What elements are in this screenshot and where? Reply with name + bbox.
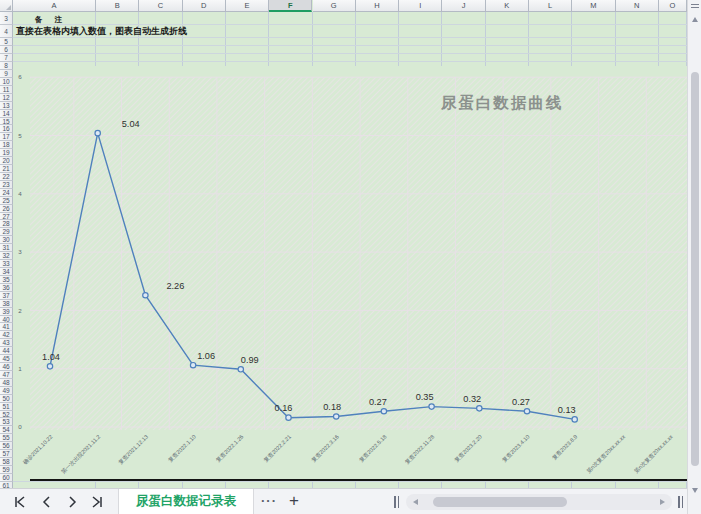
row-header-39[interactable]: 39: [0, 308, 13, 316]
row-header-38[interactable]: 38: [0, 300, 13, 308]
row-header-20[interactable]: 20: [0, 157, 13, 165]
row-header-7[interactable]: 7: [0, 54, 13, 62]
more-sheets-button[interactable]: ···: [256, 489, 282, 514]
row-header-11[interactable]: 11: [0, 86, 13, 94]
row-header-3[interactable]: 3: [0, 12, 13, 25]
data-point[interactable]: [95, 130, 100, 135]
row-header-19[interactable]: 19: [0, 149, 13, 157]
row-header-53[interactable]: 53: [0, 418, 13, 426]
column-header-I[interactable]: I: [399, 0, 442, 12]
row-header-37[interactable]: 37: [0, 292, 13, 300]
row-header-56[interactable]: 56: [0, 442, 13, 450]
row-header-17[interactable]: 17: [0, 133, 13, 141]
row-header-48[interactable]: 48: [0, 379, 13, 387]
scroll-down-icon[interactable]: [692, 488, 698, 493]
column-header-E[interactable]: E: [226, 0, 269, 12]
scroll-left-icon[interactable]: [413, 499, 418, 505]
row-header-32[interactable]: 32: [0, 252, 13, 260]
column-header-O[interactable]: O: [659, 0, 687, 12]
row-header-40[interactable]: 40: [0, 316, 13, 324]
row-header-57[interactable]: 57: [0, 450, 13, 458]
scroll-right-icon[interactable]: [660, 499, 665, 505]
row-header-13[interactable]: 13: [0, 102, 13, 110]
row-header-49[interactable]: 49: [0, 387, 13, 395]
sheet-tab-active[interactable]: 尿蛋白数据记录表: [118, 489, 254, 514]
data-point[interactable]: [334, 414, 339, 419]
vertical-scroll-thumb[interactable]: [691, 72, 699, 466]
row-header-8[interactable]: 8: [0, 62, 13, 70]
data-point[interactable]: [238, 367, 243, 372]
row-header-36[interactable]: 36: [0, 284, 13, 292]
row-header-41[interactable]: 41: [0, 323, 13, 331]
data-point[interactable]: [47, 364, 52, 369]
row-header-16[interactable]: 16: [0, 125, 13, 133]
data-point[interactable]: [143, 293, 148, 298]
column-header-D[interactable]: D: [183, 0, 226, 12]
row-header-26[interactable]: 26: [0, 205, 13, 213]
row-header-28[interactable]: 28: [0, 220, 13, 228]
row-header-29[interactable]: 29: [0, 228, 13, 236]
cell-a4-instruction[interactable]: 直接在表格内填入数值，图表自动生成折线: [16, 25, 187, 38]
data-point[interactable]: [190, 363, 195, 368]
add-sheet-button[interactable]: +: [284, 489, 304, 514]
column-header-A[interactable]: A: [13, 0, 96, 12]
data-point[interactable]: [524, 409, 529, 414]
row-header-55[interactable]: 55: [0, 434, 13, 442]
previous-sheet-icon[interactable]: [40, 495, 54, 509]
row-header-60[interactable]: 60: [0, 474, 13, 482]
last-sheet-icon[interactable]: [90, 495, 104, 509]
row-header-31[interactable]: 31: [0, 244, 13, 252]
row-header-30[interactable]: 30: [0, 236, 13, 244]
row-header-18[interactable]: 18: [0, 141, 13, 149]
row-header-10[interactable]: 10: [0, 78, 13, 86]
row-header-15[interactable]: 15: [0, 118, 13, 126]
row-header-35[interactable]: 35: [0, 276, 13, 284]
horizontal-scroll-thumb[interactable]: [433, 497, 567, 507]
data-point[interactable]: [286, 415, 291, 420]
column-header-C[interactable]: C: [139, 0, 182, 12]
row-header-59[interactable]: 59: [0, 466, 13, 474]
scroll-up-icon[interactable]: [692, 17, 698, 22]
row-header-22[interactable]: 22: [0, 173, 13, 181]
row-header-24[interactable]: 24: [0, 189, 13, 197]
row-header-43[interactable]: 43: [0, 339, 13, 347]
line-chart[interactable]: 0123456尿蛋白数据曲线1.045.042.261.060.990.160.…: [13, 66, 687, 481]
row-header-58[interactable]: 58: [0, 458, 13, 466]
row-header-33[interactable]: 33: [0, 260, 13, 268]
row-header-52[interactable]: 52: [0, 411, 13, 419]
next-sheet-icon[interactable]: [65, 495, 79, 509]
row-header-5[interactable]: 5: [0, 38, 13, 46]
column-header-M[interactable]: M: [572, 0, 615, 12]
hsplit-handle-left[interactable]: [394, 496, 399, 508]
row-header-46[interactable]: 46: [0, 363, 13, 371]
row-header-9[interactable]: 9: [0, 70, 13, 78]
row-header-27[interactable]: 27: [0, 213, 13, 221]
column-header-H[interactable]: H: [356, 0, 399, 12]
vsplit-handle[interactable]: [691, 4, 699, 9]
data-point[interactable]: [477, 406, 482, 411]
column-header-J[interactable]: J: [442, 0, 485, 12]
row-header-51[interactable]: 51: [0, 403, 13, 411]
column-header-K[interactable]: K: [486, 0, 529, 12]
vertical-scrollbar[interactable]: [687, 0, 701, 514]
row-header-45[interactable]: 45: [0, 355, 13, 363]
column-header-F[interactable]: F: [269, 0, 312, 12]
row-header-21[interactable]: 21: [0, 165, 13, 173]
row-header-54[interactable]: 54: [0, 426, 13, 434]
select-all-corner[interactable]: [0, 0, 13, 12]
first-sheet-icon[interactable]: [13, 495, 27, 509]
data-point[interactable]: [429, 404, 434, 409]
row-header-23[interactable]: 23: [0, 181, 13, 189]
chart-title[interactable]: 尿蛋白数据曲线: [440, 94, 564, 111]
row-header-34[interactable]: 34: [0, 268, 13, 276]
data-point[interactable]: [572, 417, 577, 422]
plot-area[interactable]: [30, 77, 687, 430]
column-header-N[interactable]: N: [616, 0, 659, 12]
row-header-25[interactable]: 25: [0, 197, 13, 205]
row-header-14[interactable]: 14: [0, 110, 13, 118]
column-header-G[interactable]: G: [313, 0, 356, 12]
data-point[interactable]: [381, 409, 386, 414]
column-header-L[interactable]: L: [529, 0, 572, 12]
row-header-6[interactable]: 6: [0, 46, 13, 54]
row-header-4[interactable]: 4: [0, 25, 13, 38]
